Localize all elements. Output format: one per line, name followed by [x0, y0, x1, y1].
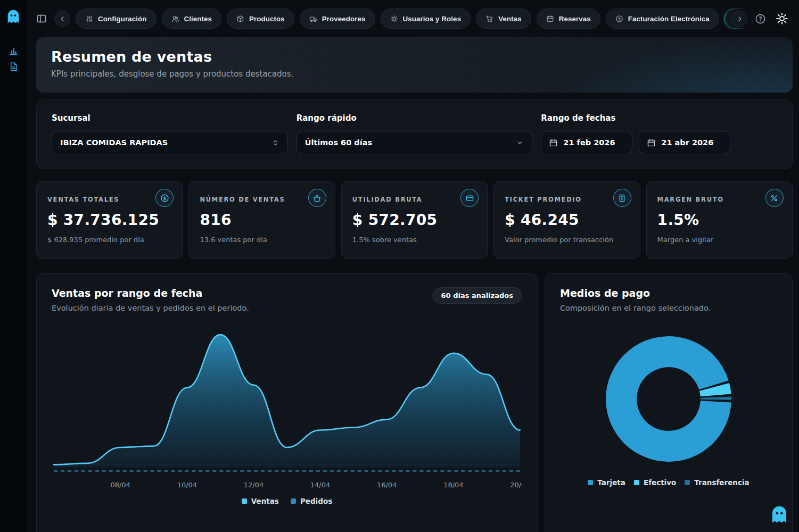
kpi-card-ventas-totales: $VENTAS TOTALES$ 37.736.125$ 628.935 pro… [36, 181, 183, 259]
svg-text:18/04: 18/04 [443, 481, 463, 489]
end-date-button[interactable]: 21 abr 2026 [639, 131, 730, 154]
chevron-down-icon [516, 139, 524, 147]
kpi-value: 816 [200, 211, 324, 229]
kpi-card-utilidad-bruta: UTILIDAD BRUTA$ 572.7051.5% sobre ventas [341, 181, 488, 259]
sales-chart-title: Ventas por rango de fecha [52, 287, 249, 299]
nav-item-label: Configuración [98, 15, 147, 23]
branch-select-value: IBIZA COMIDAS RAPIDAS [60, 138, 168, 147]
legend-item-tarjeta: Tarjeta [588, 478, 625, 487]
quick-range-select[interactable]: Últimos 60 días [296, 131, 533, 154]
dollar-icon: $ [615, 15, 623, 23]
end-date-value: 21 abr 2026 [661, 138, 713, 147]
kpi-sub: Valor promedio por transacción [505, 236, 629, 244]
branch-select[interactable]: IBIZA COMIDAS RAPIDAS [52, 131, 288, 154]
sliders-icon [85, 15, 93, 23]
top-navigation: ConfiguraciónClientesProductosProveedore… [27, 0, 799, 37]
dollar-icon: $ [155, 189, 174, 207]
sales-chart-legend: VentasPedidos [52, 497, 522, 505]
svg-text:12/04: 12/04 [244, 481, 263, 489]
percent-icon [765, 189, 784, 207]
nav-item-label: Usuarios y Roles [403, 15, 462, 23]
nav-item-label: Facturación Electrónica [628, 15, 710, 23]
calendar-icon [647, 138, 656, 147]
payments-donut-chart[interactable] [560, 329, 777, 469]
nav-item-label: Proveedores [322, 15, 366, 23]
page-header: Resumen de ventas KPIs principales, desg… [36, 37, 793, 93]
legend-item-pedidos: Pedidos [291, 497, 332, 505]
nav-item-productos[interactable]: Productos [227, 9, 294, 29]
sales-area-chart[interactable]: 08/0410/0412/0414/0416/0418/0420/04 [52, 328, 522, 494]
basket-icon [308, 189, 326, 207]
kpi-label: VENTAS TOTALES [47, 196, 141, 203]
date-range-filter: Rango de fechas 21 feb 2026 21 abr 2026 [541, 113, 777, 154]
kpi-label: NÚMERO DE VENTAS [200, 196, 293, 203]
kpi-label: UTILIDAD BRUTA [352, 196, 446, 203]
start-date-button[interactable]: 21 feb 2026 [541, 131, 632, 154]
help-button[interactable]: ? [753, 11, 768, 27]
gear-icon [390, 15, 398, 23]
kpi-label: TICKET PROMEDIO [505, 196, 598, 203]
kpi-card-margen-bruto: MARGEN BRUTO1.5%Margen a vigilar [646, 181, 793, 259]
page-subtitle: KPIs principales, desglose de pagos y pr… [51, 69, 778, 79]
nav-item-label: Reservas [559, 15, 591, 23]
payments-chart-title: Medios de pago [560, 287, 777, 299]
nav-item-clientes[interactable]: Clientes [162, 9, 222, 29]
kpi-value: $ 37.736.125 [47, 211, 171, 229]
assistant-ghost-button[interactable] [769, 504, 789, 527]
nav-item-label: Productos [249, 15, 285, 23]
svg-text:16/04: 16/04 [377, 481, 397, 489]
nav-item-proveedores[interactable]: Proveedores [300, 9, 375, 29]
settings-button[interactable] [773, 10, 790, 27]
payments-chart-subtitle: Composición en el rango seleccionado. [560, 304, 777, 312]
box-icon [236, 15, 244, 23]
payments-chart-card: Medios de pago Composición en el rango s… [545, 273, 793, 532]
filters-panel: Sucursal IBIZA COMIDAS RAPIDAS Rango ráp… [36, 99, 793, 169]
nav-item-label: Clientes [184, 15, 212, 23]
svg-text:?: ? [759, 15, 762, 22]
payments-legend: TarjetaEfectivoTransferencia [560, 478, 777, 487]
days-analyzed-badge: 60 días analizados [432, 287, 522, 304]
quick-range-filter: Rango rápido Últimos 60 días [296, 113, 533, 154]
nav-scroll-left-button[interactable] [54, 11, 70, 27]
legend-item-ventas: Ventas [242, 497, 279, 505]
date-range-label: Rango de fechas [541, 113, 777, 123]
svg-text:14/04: 14/04 [310, 481, 330, 489]
branch-filter: Sucursal IBIZA COMIDAS RAPIDAS [52, 113, 288, 154]
nav-item-reservas[interactable]: Reservas [537, 9, 600, 29]
app-logo-ghost-icon[interactable] [5, 9, 21, 24]
sales-chart-card: Ventas por rango de fecha Evolución diar… [36, 273, 538, 532]
charts-row: Ventas por rango de fecha Evolución diar… [36, 273, 793, 532]
nav-item-configuracion[interactable]: Configuración [76, 9, 156, 29]
sidebar-item-reports-icon[interactable] [5, 59, 21, 74]
kpi-sub: 13.6 ventas por día [200, 236, 324, 244]
kpi-value: 1.5% [657, 211, 781, 229]
start-date-value: 21 feb 2026 [563, 138, 615, 147]
sidebar-menu [5, 43, 21, 74]
app-sidebar [0, 0, 27, 532]
svg-text:20/04: 20/04 [510, 481, 522, 489]
kpi-card-numero-de-ventas: NÚMERO DE VENTAS81613.6 ventas por día [188, 181, 335, 259]
kpi-sub: Margen a vigilar [657, 236, 781, 244]
kpi-value: $ 46.245 [505, 211, 629, 229]
quick-range-label: Rango rápido [296, 113, 533, 123]
page-title: Resumen de ventas [51, 48, 778, 65]
nav-scroll-right-button[interactable] [731, 11, 747, 27]
svg-text:$: $ [163, 195, 166, 201]
nav-item-facturacion-electronica[interactable]: $Facturación Electrónica [606, 9, 719, 29]
cart-icon [485, 15, 493, 23]
kpi-row: $VENTAS TOTALES$ 37.736.125$ 628.935 pro… [36, 181, 793, 259]
calendar-icon [546, 15, 554, 23]
nav-item-usuarios-y-roles[interactable]: Usuarios y Roles [381, 9, 471, 29]
sidebar-item-analytics-icon[interactable] [5, 43, 21, 59]
svg-text:$: $ [618, 16, 621, 21]
nav-item-label: Ventas [498, 15, 522, 23]
kpi-label: MARGEN BRUTO [657, 196, 751, 203]
kpi-card-ticket-promedio: TICKET PROMEDIO$ 46.245Valor promedio po… [493, 181, 640, 259]
kpi-sub: $ 628.935 promedio por día [47, 236, 171, 244]
kpi-sub: 1.5% sobre ventas [352, 236, 476, 244]
card-icon [460, 189, 479, 207]
sidebar-toggle-button[interactable] [34, 11, 49, 26]
users-icon [171, 15, 179, 23]
nav-item-ventas[interactable]: Ventas [476, 9, 531, 29]
module-nav: ConfiguraciónClientesProductosProveedore… [76, 9, 745, 29]
